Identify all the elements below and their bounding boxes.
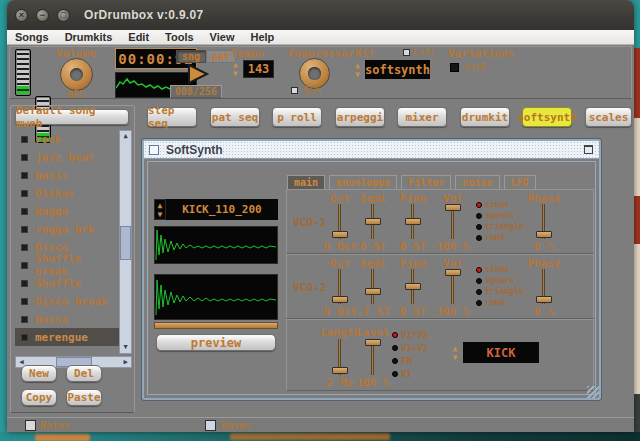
radio-rand[interactable]: rand — [476, 233, 524, 242]
paste-button[interactable]: Paste — [66, 389, 102, 406]
waveform-2 — [155, 275, 277, 319]
notes-checkbox[interactable] — [25, 420, 36, 431]
menu-help[interactable]: Help — [242, 30, 282, 45]
menu-edit[interactable]: Edit — [120, 30, 157, 45]
list-item[interactable]: ragga brk — [15, 220, 119, 238]
compressor-checkbox[interactable] — [291, 87, 298, 94]
frame-maximize-icon[interactable] — [584, 145, 593, 154]
radio-v1[interactable]: V1 — [392, 369, 428, 379]
volume-knob[interactable] — [60, 58, 93, 91]
new-button[interactable]: New — [21, 365, 57, 382]
song-label: Shuffle break — [35, 252, 119, 278]
softsynth-titlebar[interactable]: SoftSynth — [144, 141, 599, 159]
tab-pat-seq[interactable]: pat seq — [210, 107, 260, 127]
sample-name-display[interactable]: KICK_110_200 — [166, 199, 278, 220]
list-item-selected[interactable]: merengue — [15, 328, 119, 346]
vco2-vol-slider[interactable] — [445, 269, 461, 304]
radio-square[interactable]: square — [476, 276, 524, 285]
level-slider[interactable] — [365, 339, 381, 375]
song-list-vscrollbar[interactable]: ▲ ▼ — [119, 130, 132, 354]
radio-sinus[interactable]: sinus — [476, 200, 524, 209]
vscroll-thumb[interactable] — [120, 226, 131, 260]
vco2-oct-slider[interactable] — [332, 269, 348, 304]
list-item[interactable]: Disco break — [15, 292, 119, 310]
level-label: Level — [356, 326, 389, 339]
list-item[interactable]: Ragga — [15, 202, 119, 220]
mix-mode-radios: V1*V2 V1+V2 FM V1 — [392, 330, 428, 379]
tempo-spinner[interactable]: ▲▼ — [230, 60, 241, 78]
play-button[interactable] — [186, 63, 210, 85]
synth-tab-filter[interactable]: Filter — [401, 175, 451, 189]
radio-triangle[interactable]: triangle — [476, 287, 524, 296]
length-slider[interactable] — [332, 339, 348, 375]
radio-fm[interactable]: FM — [392, 356, 428, 366]
synth-tab-noise[interactable]: noise — [455, 175, 499, 189]
scroll-down-icon[interactable]: ▼ — [120, 342, 131, 353]
tab-step-seq[interactable]: step seq — [147, 107, 197, 127]
preview-button[interactable]: preview — [156, 334, 276, 351]
radio-triangle[interactable]: triangle — [476, 222, 524, 231]
list-item[interactable]: Diskos — [15, 184, 119, 202]
tab-scales[interactable]: scales — [585, 107, 632, 127]
vco2-phase-slider[interactable] — [536, 269, 552, 304]
radio-v1plusv2[interactable]: V1+V2 — [392, 343, 428, 353]
tab-softsynth[interactable]: softsynth — [522, 107, 572, 127]
vco1-semi-value: 0 ST — [360, 240, 387, 253]
radio-rand[interactable]: rand — [476, 298, 524, 307]
synth-tab-lfo[interactable]: LFO — [504, 175, 536, 189]
waves-checkbox[interactable] — [205, 420, 216, 431]
vco1-oct-slider[interactable] — [332, 204, 348, 239]
list-item[interactable]: jazz beat — [15, 148, 119, 166]
radio-sinus[interactable]: sinus — [476, 265, 524, 274]
vco2-semi-slider[interactable] — [365, 269, 381, 304]
instrument-display[interactable]: KICK — [463, 342, 539, 363]
list-item[interactable]: bossa — [15, 310, 119, 328]
radio-square[interactable]: square — [476, 211, 524, 220]
sng-mode-button[interactable]: sng — [176, 50, 206, 63]
instrument-spinner[interactable]: ▲▼ — [449, 342, 461, 363]
resize-grip[interactable] — [587, 386, 599, 398]
del-button[interactable]: Del — [66, 365, 102, 382]
copy-button[interactable]: Copy — [21, 389, 57, 406]
scroll-right-icon[interactable]: ▶ — [120, 357, 131, 367]
song-bullet-icon — [21, 244, 28, 251]
close-icon[interactable]: × — [15, 9, 28, 22]
menu-tools[interactable]: Tools — [157, 30, 202, 45]
sample-scrollbar[interactable] — [154, 322, 278, 329]
tab-drumkit[interactable]: drumkit — [460, 107, 510, 127]
lofi-checkbox[interactable] — [403, 49, 410, 56]
radio-dot-icon — [392, 345, 398, 351]
kit-value-display[interactable]: softsynth — [365, 60, 430, 79]
menu-view[interactable]: View — [202, 30, 243, 45]
vco2-fine-value: 0 ST — [400, 305, 427, 318]
tab-p-roll[interactable]: p roll — [272, 107, 322, 127]
menu-drumkits[interactable]: Drumkits — [57, 30, 121, 45]
vco1-phase-slider[interactable] — [536, 204, 552, 239]
vco1-label: VCO-1 — [293, 216, 326, 229]
tempo-value[interactable]: 143 — [243, 60, 274, 78]
vco1-fine-slider[interactable] — [405, 204, 421, 239]
window-title: OrDrumbox v:0.9.07 — [84, 8, 203, 22]
kit-spinner[interactable]: ▲▼ — [352, 60, 363, 80]
scroll-up-icon[interactable]: ▲ — [120, 131, 131, 142]
menu-songs[interactable]: Songs — [7, 30, 57, 45]
list-item[interactable]: basic — [15, 166, 119, 184]
maximize-icon[interactable]: □ — [57, 9, 70, 22]
default-song-button[interactable]: Default song mweb — [15, 109, 129, 125]
synth-tab-main[interactable]: main — [287, 175, 325, 189]
variation-var0-checkbox[interactable] — [450, 63, 459, 72]
vco1-vol-slider[interactable] — [445, 204, 461, 239]
vco1-semi-slider[interactable] — [365, 204, 381, 239]
song-label: ragga brk — [35, 223, 95, 236]
radio-dot-icon — [476, 267, 482, 273]
synth-tab-enveloppe[interactable]: enveloppe — [329, 175, 397, 189]
list-item[interactable]: Shuffle break — [15, 256, 119, 274]
vco2-fine-slider[interactable] — [405, 269, 421, 304]
list-item[interactable]: rock — [15, 130, 119, 148]
radio-v1xv2[interactable]: V1*V2 — [392, 330, 428, 340]
tab-mixer[interactable]: mixer — [397, 107, 447, 127]
frame-icon — [149, 145, 159, 155]
tab-arpeggi[interactable]: arpeggi — [335, 107, 385, 127]
sample-spinner[interactable]: ▲▼ — [154, 199, 166, 220]
minimize-icon[interactable]: − — [36, 9, 49, 22]
